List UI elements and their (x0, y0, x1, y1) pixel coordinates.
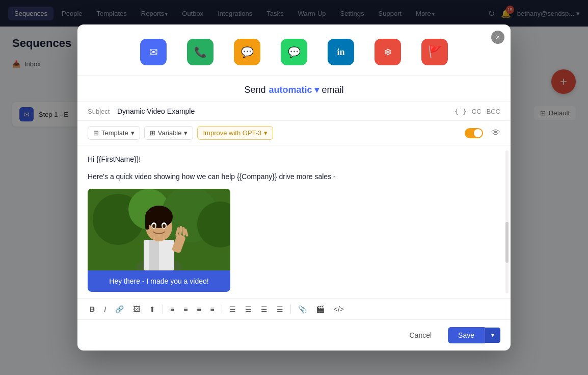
editor-scrollbar[interactable] (505, 151, 509, 293)
template-chevron-icon: ▾ (131, 129, 135, 137)
email-editor[interactable]: Hi {{FirstName}}! Here's a quick video s… (77, 145, 511, 298)
channel-flag[interactable]: 🚩 (421, 39, 448, 65)
template-icon: ⊞ (93, 129, 99, 137)
svg-rect-11 (145, 217, 149, 230)
save-button-group: Save ▾ (448, 327, 500, 343)
video-caption: Hey there - I made you a video! (88, 270, 230, 292)
attachment-button[interactable]: 📎 (296, 304, 309, 314)
italic-button[interactable]: I (102, 304, 108, 314)
send-mode-chevron-icon: ▾ (314, 84, 319, 95)
email-body: Hi {{FirstName}}! Here's a quick video s… (88, 154, 500, 292)
scroll-thumb[interactable] (505, 222, 509, 263)
subject-actions: { } CC BCC (455, 108, 500, 115)
svg-point-14 (152, 224, 155, 228)
ul-button[interactable]: ☰ (227, 304, 238, 314)
svg-point-10 (145, 206, 173, 228)
channel-linkedin[interactable]: in (328, 39, 354, 65)
channel-snow[interactable]: ❄ (375, 39, 401, 65)
svg-point-15 (163, 224, 166, 228)
send-mode-dropdown[interactable]: automatic ▾ (269, 84, 319, 95)
save-dropdown-button[interactable]: ▾ (485, 328, 500, 343)
modal-close-button[interactable]: × (491, 31, 504, 44)
channel-whatsapp[interactable]: 💬 (281, 39, 307, 65)
ol-button[interactable]: ☰ (243, 304, 254, 314)
person-svg (88, 189, 230, 270)
align-right-button[interactable]: ≡ (195, 304, 203, 314)
video-button[interactable]: 🎬 (314, 304, 327, 314)
format-toolbar: B I 🔗 🖼 ⬆ ≡ ≡ ≡ ≡ ☰ ☰ ☰ ☰ 📎 🎬 </> (77, 298, 511, 319)
send-text: Send (244, 85, 265, 95)
preview-toggle[interactable] (465, 128, 483, 138)
channel-phone[interactable]: 📞 (187, 39, 213, 65)
format-divider-1 (163, 305, 163, 314)
video-image (88, 189, 230, 270)
cancel-button[interactable]: Cancel (399, 327, 442, 343)
format-divider-3 (290, 305, 291, 314)
gpt-button[interactable]: Improve with GPT-3 ▾ (197, 126, 273, 140)
app-background: Sequences People Templates Reports▾ Outb… (0, 0, 588, 375)
subject-value[interactable]: Dynamic Video Example (117, 107, 450, 115)
variable-chevron-icon: ▾ (184, 129, 188, 137)
eye-icon[interactable]: 👁 (491, 128, 500, 138)
upload-button[interactable]: ⬆ (147, 304, 157, 314)
subject-braces[interactable]: { } (455, 108, 466, 115)
variable-button[interactable]: ⊞ Variable ▾ (144, 126, 194, 140)
code-button[interactable]: </> (332, 304, 346, 314)
link-button[interactable]: 🔗 (113, 304, 126, 314)
align-center-button[interactable]: ≡ (181, 304, 190, 314)
modal-footer: Cancel Save ▾ (77, 319, 511, 351)
image-button[interactable]: 🖼 (131, 304, 142, 314)
send-config-row: Send automatic ▾ email (77, 76, 511, 102)
bcc-button[interactable]: BCC (487, 108, 500, 115)
video-thumbnail[interactable]: Hey there - I made you a video! (88, 189, 230, 292)
editor-toolbar: ⊞ Template ▾ ⊞ Variable ▾ Improve with G… (77, 121, 511, 145)
save-main-button[interactable]: Save (448, 327, 485, 343)
greeting-line: Hi {{FirstName}}! (88, 154, 500, 165)
template-button[interactable]: ⊞ Template ▾ (88, 126, 140, 140)
channel-selector: ✉ 📞 💬 💬 in ❄ 🚩 (77, 24, 511, 76)
svg-rect-7 (149, 240, 159, 270)
cc-button[interactable]: CC (472, 108, 482, 115)
bold-button[interactable]: B (88, 304, 97, 314)
outdent-button[interactable]: ☰ (259, 304, 270, 314)
indent-button[interactable]: ☰ (275, 304, 285, 314)
channel-email[interactable]: ✉ (140, 39, 167, 65)
email-compose-modal: × ✉ 📞 💬 💬 in ❄ 🚩 Send automatic ▾ email (77, 24, 511, 351)
subject-row: Subject Dynamic Video Example { } CC BCC (77, 102, 511, 121)
modal-overlay: × ✉ 📞 💬 💬 in ❄ 🚩 Send automatic ▾ email (0, 0, 588, 375)
send-type-text: email (322, 85, 344, 95)
align-justify-button[interactable]: ≡ (208, 304, 217, 314)
subject-label: Subject (88, 108, 113, 115)
channel-chat[interactable]: 💬 (234, 39, 260, 65)
variable-icon: ⊞ (150, 129, 155, 137)
body-line: Here's a quick video showing how we can … (88, 171, 500, 182)
gpt-chevron-icon: ▾ (264, 129, 268, 137)
format-divider-2 (222, 305, 222, 314)
align-left-button[interactable]: ≡ (168, 304, 176, 314)
